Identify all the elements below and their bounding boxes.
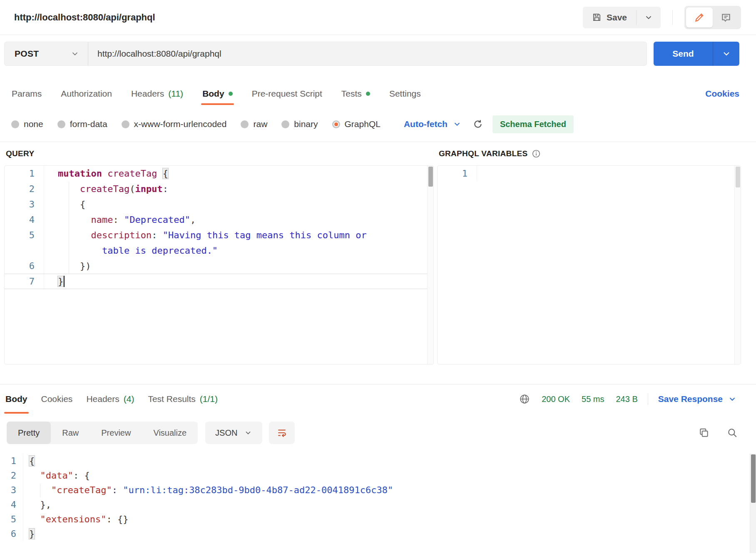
- search-response-button[interactable]: [727, 427, 738, 438]
- tab-params[interactable]: Params: [12, 82, 42, 105]
- line-content: }: [44, 276, 65, 287]
- code-token: [157, 168, 162, 179]
- code-token: "data": [40, 470, 73, 481]
- save-response-label: Save Response: [658, 394, 723, 404]
- send-options-button[interactable]: [713, 42, 739, 66]
- cookies-link[interactable]: Cookies: [705, 89, 739, 99]
- method-select[interactable]: POST: [5, 42, 88, 65]
- line-content: {: [44, 199, 85, 210]
- tab-label: Authorization: [61, 89, 112, 99]
- wrap-lines-button[interactable]: [269, 422, 295, 444]
- scrollbar-thumb[interactable]: [736, 167, 740, 187]
- code-token: {: [29, 456, 35, 466]
- line-content: mutation createTag {: [44, 168, 168, 179]
- body-type-form-data[interactable]: form-data: [57, 119, 107, 129]
- meta-divider: [648, 393, 648, 405]
- save-response-button[interactable]: Save Response: [658, 394, 737, 404]
- copy-response-button[interactable]: [699, 427, 709, 438]
- code-token: [58, 245, 102, 256]
- body-type-radios: noneform-datax-www-form-urlencodedrawbin…: [11, 119, 380, 129]
- request-tabs: ParamsAuthorizationHeaders(11)BodyPre-re…: [12, 82, 421, 105]
- line-number: 4: [0, 497, 23, 512]
- code-token: [29, 499, 40, 510]
- line-number: 3: [5, 197, 44, 212]
- variables-editor[interactable]: 1: [437, 165, 741, 364]
- radio-label: binary: [294, 119, 318, 129]
- body-type-raw[interactable]: raw: [241, 119, 267, 129]
- code-line: 2 "data": {: [0, 468, 756, 483]
- variables-panel-title: GRAPHQL VARIABLES: [439, 149, 527, 158]
- body-type-none[interactable]: none: [11, 119, 43, 129]
- radio-icon: [281, 120, 289, 128]
- tab-pre-request-script[interactable]: Pre-request Script: [252, 82, 322, 105]
- tab-body[interactable]: Body: [202, 82, 233, 105]
- body-type-graphql[interactable]: GraphQL: [332, 119, 380, 129]
- line-content: name: "Deprecated",: [44, 215, 196, 225]
- tab-settings[interactable]: Settings: [389, 82, 421, 105]
- response-tab-test-results[interactable]: Test Results(1/1): [148, 384, 218, 414]
- view-tab-visualize[interactable]: Visualize: [142, 422, 198, 444]
- response-time[interactable]: 55 ms: [582, 394, 604, 404]
- code-token: [29, 514, 40, 524]
- tab-headers[interactable]: Headers(11): [131, 82, 183, 105]
- line-number: 4: [5, 212, 44, 227]
- radio-label: form-data: [70, 119, 107, 129]
- scrollbar-thumb[interactable]: [751, 454, 756, 503]
- radio-icon: [332, 120, 340, 128]
- response-size[interactable]: 243 B: [616, 394, 637, 404]
- line-content: description: "Having this tag means this…: [44, 230, 367, 240]
- send-button-group: Send: [654, 42, 739, 66]
- copy-icon: [699, 427, 709, 438]
- code-token: : {: [73, 470, 90, 481]
- send-button[interactable]: Send: [654, 42, 713, 66]
- tab-label: Params: [12, 89, 42, 99]
- view-tab-pretty[interactable]: Pretty: [7, 422, 51, 444]
- modified-dot-icon: [229, 92, 233, 96]
- autofetch-dropdown[interactable]: Auto-fetch: [404, 119, 462, 129]
- tab-tests[interactable]: Tests: [341, 82, 370, 105]
- save-options-button[interactable]: [637, 7, 661, 28]
- code-line: 3 "createTag": "urn:li:tag:38c283bd-9bd0…: [0, 483, 756, 497]
- response-body-viewer[interactable]: 1{2 "data": {3 "createTag": "urn:li:tag:…: [0, 454, 756, 553]
- comment-icon: [721, 12, 731, 23]
- radio-label: none: [24, 119, 43, 129]
- view-tab-raw[interactable]: Raw: [51, 422, 90, 444]
- tab-label: Cookies: [41, 394, 73, 404]
- response-tab-body[interactable]: Body: [5, 384, 27, 414]
- radio-label: raw: [253, 119, 267, 129]
- chevron-down-icon: [453, 120, 462, 129]
- response-tab-headers[interactable]: Headers(4): [86, 384, 134, 414]
- response-tab-cookies[interactable]: Cookies: [41, 384, 73, 414]
- response-status[interactable]: 200 OK: [542, 394, 570, 404]
- globe-icon[interactable]: [519, 394, 530, 404]
- tab-authorization[interactable]: Authorization: [61, 82, 112, 105]
- query-editor[interactable]: 1mutation createTag {2 createTag(input:3…: [4, 165, 434, 364]
- tab-label: Pre-request Script: [252, 89, 322, 99]
- edit-mode-button[interactable]: [686, 7, 713, 27]
- refresh-schema-button[interactable]: [472, 119, 483, 130]
- view-tab-preview[interactable]: Preview: [90, 422, 142, 444]
- response-scrollbar[interactable]: [750, 454, 756, 553]
- info-icon[interactable]: [532, 149, 541, 158]
- body-type-x-www-form-urlencoded[interactable]: x-www-form-urlencoded: [122, 119, 227, 129]
- code-token: "urn:li:tag:38c283bd-9bd0-4b87-ad22-0041…: [123, 485, 393, 495]
- line-content: table is deprecated.": [44, 245, 218, 256]
- line-content: "extensions": {}: [23, 514, 128, 524]
- query-scrollbar[interactable]: [427, 166, 433, 364]
- scrollbar-thumb[interactable]: [428, 167, 433, 187]
- code-token: name: [91, 215, 113, 225]
- topbar-divider: [672, 10, 673, 25]
- radio-icon: [11, 120, 19, 128]
- url-input[interactable]: http://localhost:8080/api/graphql: [88, 42, 647, 65]
- code-token: }: [29, 529, 35, 539]
- line-number: 6: [5, 258, 44, 274]
- radio-icon: [241, 120, 249, 128]
- format-select[interactable]: JSON: [205, 422, 262, 444]
- code-token: },: [40, 499, 52, 510]
- graphql-editors: QUERY 1mutation createTag {2 createTag(i…: [0, 142, 756, 364]
- save-label: Save: [607, 12, 627, 22]
- variables-scrollbar[interactable]: [734, 166, 741, 364]
- body-type-binary[interactable]: binary: [281, 119, 318, 129]
- save-button[interactable]: Save: [583, 7, 636, 28]
- comments-button[interactable]: [713, 7, 739, 27]
